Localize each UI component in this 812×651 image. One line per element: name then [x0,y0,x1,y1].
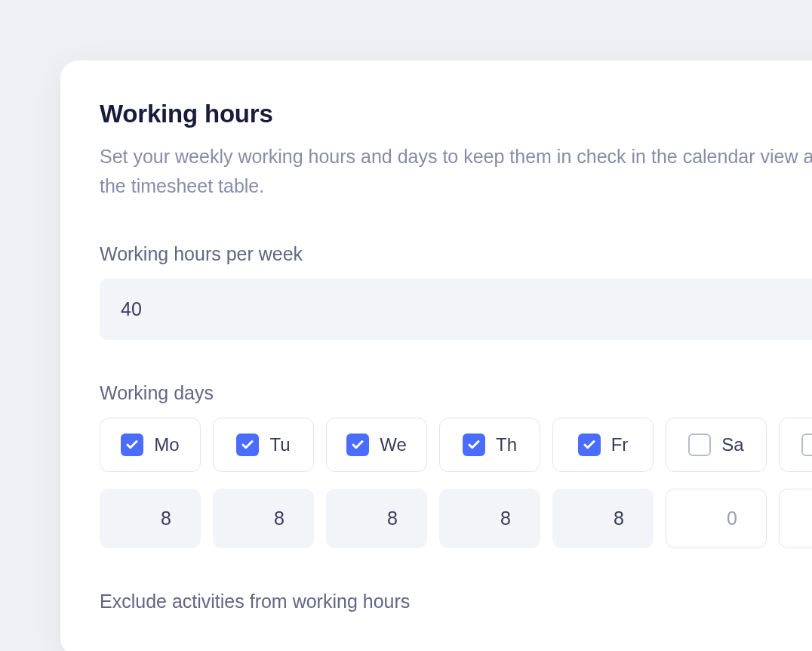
settings-card: Working hours Set your weekly working ho… [60,60,812,651]
exclude-activities-label: Exclude activities from working hours [100,591,812,612]
checkbox-checked-icon [236,433,259,456]
day-hours-value: 8 [227,508,300,529]
day-checkbox-fr[interactable]: Fr [552,418,654,472]
day-label: Sa [721,434,743,455]
hours-per-week-label: Working hours per week [100,243,812,265]
page-title: Working hours [100,100,812,128]
day-hours-value: 8 [454,508,526,529]
day-checkbox-su[interactable]: Su [779,418,812,472]
hours-per-week-input[interactable] [100,279,812,340]
day-hours-input-su[interactable]: 0 [779,489,812,548]
day-checkbox-tu[interactable]: Tu [213,418,314,472]
day-hours-value: 0 [680,508,752,529]
day-checkbox-we[interactable]: We [326,418,427,472]
day-label: We [380,434,407,455]
checkbox-checked-icon [578,433,601,456]
day-label: Th [496,434,517,455]
day-hours-value: 8 [340,508,413,529]
working-days-row: Mo Tu We Th Fr Sa [100,418,812,472]
checkbox-unchecked-icon [801,433,812,456]
day-hours-input-sa[interactable]: 0 [666,489,767,548]
day-label: Fr [611,434,629,455]
working-days-label: Working days [100,382,812,404]
checkbox-unchecked-icon [688,433,711,456]
day-hours-value: 8 [114,508,186,529]
page-subtitle: Set your weekly working hours and days t… [100,142,812,201]
day-label: Mo [154,434,179,455]
day-hours-value: 8 [567,508,639,529]
working-hours-per-day-row: 8 8 8 8 8 0 0 [100,489,812,548]
day-checkbox-th[interactable]: Th [439,418,540,472]
day-hours-input-mo[interactable]: 8 [100,489,201,548]
day-hours-input-we[interactable]: 8 [326,489,427,548]
day-hours-input-th[interactable]: 8 [439,489,540,548]
day-label: Tu [269,434,290,455]
checkbox-checked-icon [346,433,369,456]
checkbox-checked-icon [121,433,143,456]
checkbox-checked-icon [463,433,485,456]
day-hours-input-tu[interactable]: 8 [213,489,314,548]
day-hours-input-fr[interactable]: 8 [552,489,654,548]
day-hours-value: 0 [793,508,812,529]
day-checkbox-mo[interactable]: Mo [100,418,201,472]
day-checkbox-sa[interactable]: Sa [666,418,767,472]
